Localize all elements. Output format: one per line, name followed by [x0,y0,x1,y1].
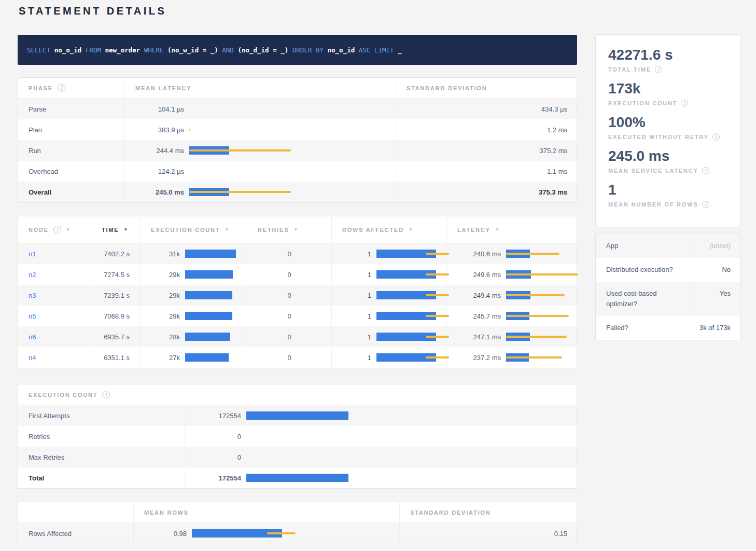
info-icon[interactable]: i [53,226,61,233]
mean-bar [185,333,230,341]
phase-name-cell: Parse [18,99,125,119]
sql-identifier: _ [398,46,402,54]
standard-deviation-column-header[interactable]: Standard Deviation [396,78,578,98]
time-cell: 6935.7 s [91,326,141,347]
std-dev-cell: 1.1 ms [396,161,578,182]
sql-statement-bar: SELECT no_o_id FROM new_order WHERE (no_… [18,35,577,65]
node-link[interactable]: n1 [29,250,36,258]
sql-identifier: new_order [105,46,141,54]
cell-value: 249.4 ms [466,292,501,299]
latency-bar [506,333,567,341]
latency-bar [189,188,291,196]
count-cell: 172554 [185,467,578,488]
execution-count-cell: 31k [141,243,247,264]
table-row: First Attempts172554 [18,405,577,426]
latency-column-header[interactable]: Latency▼ [447,216,578,243]
time-column-header[interactable]: Time▼ [91,216,141,243]
rows-affected-cell: 1 [332,243,447,264]
info-icon[interactable]: i [102,391,110,398]
info-icon[interactable]: i [712,133,720,141]
std-dev-line [426,273,449,276]
mean-latency-column-header[interactable]: Mean Latency [125,78,396,98]
node-cell: n2 [18,264,91,285]
node-table-row: n17402.2 s31k01240.6 ms [18,243,577,264]
table-row: Parse104.1 µs434.3 µs [18,99,577,119]
sort-arrow-icon[interactable]: ▼ [66,227,71,232]
execution-count-bar [185,291,232,299]
details-label: Failed? [596,316,691,340]
summary-stat: 42271.6 sTotal Timei [608,46,727,73]
info-icon[interactable]: i [655,66,662,73]
table-row: Retries0 [18,426,577,447]
rows-affected-table: Mean Rows Standard Deviation Rows Affect… [18,502,577,544]
std-dev-line [506,273,578,276]
sql-identifier: no_o_id [328,46,355,54]
node-table-row: n27274.5 s29k01249.6 ms [18,264,577,285]
latency-cell: 240.6 ms [447,243,578,264]
main-content: STATEMENT DETAILS SELECT no_o_id FROM ne… [18,4,577,544]
table-row: Run244.4 ms375.2 ms [18,140,577,161]
phase-column-header[interactable]: Phase i [18,78,125,98]
details-row: App(unset) [596,234,740,258]
rows-affected-cell: 1 [332,347,447,368]
mean-bar [246,411,348,420]
retries-cell: 0 [247,306,332,326]
phase-name-cell: Plan [18,119,125,140]
rows-affected-header: Mean Rows Standard Deviation [18,502,577,523]
rows-affected-bar [376,312,449,320]
std-dev-line [506,336,567,338]
std-dev-cell: 1.2 ms [396,119,578,140]
node-statistics-table: Nodei▼Time▼Execution Count▼Retries▼Rows … [18,216,577,368]
node-link[interactable]: n2 [29,271,36,279]
node-cell: n5 [18,306,91,326]
sql-keyword: ASC LIMIT [355,46,398,54]
execution-count-title: Execution Count i [18,384,578,405]
sort-arrow-icon[interactable]: ▼ [409,227,414,232]
summary-stat: 245.0 msMean Service Latencyi [608,147,727,174]
node-link[interactable]: n6 [29,333,36,341]
mean-latency-cell: 245.0 ms [125,182,396,202]
node-link[interactable]: n4 [29,354,36,362]
node-table-header: Nodei▼Time▼Execution Count▼Retries▼Rows … [18,216,577,243]
stat-label: Execution Counti [608,100,727,107]
cell-value: 29k [159,292,180,299]
mean-bar [246,474,348,482]
mean-bar [185,270,233,279]
retries-column-header[interactable]: Retries▼ [247,216,332,243]
retries-cell: 0 [247,347,332,368]
rows-affected-cell: 1 [332,306,447,326]
info-icon[interactable]: i [702,201,709,208]
rows-affected-column-header[interactable]: Rows Affected▼ [332,216,447,243]
info-icon[interactable]: i [681,100,688,107]
execution-count-bar [185,312,232,320]
node-link[interactable]: n3 [29,292,36,299]
mean-bar [185,291,232,299]
sort-arrow-icon[interactable]: ▼ [123,227,129,232]
cell-value: 28k [159,333,180,341]
execution-count-header: Execution Count i [18,384,577,405]
count-bar [246,474,348,482]
mean-bar [185,353,229,362]
execution-count-bar [185,353,229,362]
cell-value: 31k [159,250,180,258]
info-icon[interactable]: i [702,167,709,174]
sort-arrow-icon[interactable]: ▼ [293,227,299,232]
node-link[interactable]: n5 [29,312,36,320]
rows-affected-cell: 1 [332,264,447,285]
page-title: STATEMENT DETAILS [19,5,577,17]
execution-count-column-header[interactable]: Execution Count▼ [141,216,247,243]
table-row: Overhead124.2 µs1.1 ms [18,161,577,182]
phase-latency-table: Phase i Mean Latency Standard Deviation … [18,77,577,203]
node-column-header[interactable]: Nodei▼ [18,216,91,243]
sql-identifier: (no_d_id = _) [237,46,288,54]
details-label: Used cost-based optimizer? [596,282,691,316]
count-cell: 0 [185,426,578,447]
mean-rows-cell: 0.98 [134,523,400,544]
cell-value: 383.9 µs [148,126,184,134]
latency-bar [506,353,562,362]
info-icon[interactable]: i [58,84,65,92]
latency-bar [189,126,190,134]
sql-identifier: no_o_id [54,46,82,54]
sort-arrow-icon[interactable]: ▼ [225,227,230,232]
sort-arrow-icon[interactable]: ▼ [495,227,500,232]
